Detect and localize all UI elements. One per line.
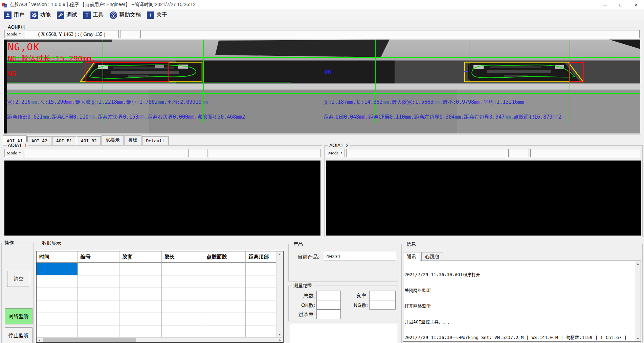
table-cell[interactable] — [204, 275, 246, 288]
camera-field-wide[interactable] — [140, 30, 640, 38]
tab-aoi-b2[interactable]: AOI-B2 — [77, 136, 101, 145]
window-title: 点胶AOI [ Version : 1.0.0.9 ] 程序 【当前用户: En… — [9, 2, 196, 8]
table-cell[interactable] — [37, 300, 78, 313]
table-cell[interactable] — [37, 313, 78, 325]
scroll-left-icon[interactable]: ◄ — [37, 338, 41, 342]
scroll-down-icon[interactable]: ▼ — [276, 333, 283, 337]
tab-ng-display[interactable]: NG显示 — [102, 135, 124, 145]
table-cell[interactable] — [119, 263, 162, 275]
camera-field-small[interactable] — [120, 30, 139, 38]
column-header-glue-area[interactable]: 点胶面胶 — [204, 251, 246, 263]
table-cell[interactable] — [246, 325, 276, 337]
tab-heartbeat[interactable]: 心跳包 — [421, 252, 443, 261]
aoia1-2-mode-dropdown[interactable]: Mode▼ — [326, 149, 345, 157]
aoia1-1-field-small[interactable] — [188, 149, 207, 157]
log-line: 开启AOI监控工具。。。 — [404, 319, 634, 325]
total-count-field[interactable] — [316, 291, 341, 300]
camera-pixel-readout[interactable]: ( X 6568, Y 1463 ) : ( Gray 135 ) — [25, 30, 119, 38]
scroll-up-icon[interactable]: ▲ — [635, 262, 641, 266]
table-cell[interactable] — [78, 275, 120, 288]
table-vertical-scrollbar[interactable]: ▲ ▼ — [276, 251, 283, 337]
table-cell-selected[interactable] — [37, 263, 78, 275]
current-product-field[interactable]: 40231 — [324, 252, 396, 261]
log-vertical-scrollbar[interactable]: ▲ ▼ — [635, 261, 641, 341]
table-cell[interactable] — [78, 313, 120, 325]
left-glue-assembly — [77, 61, 203, 83]
table-cell[interactable] — [162, 263, 204, 275]
minimize-button[interactable]: — — [597, 0, 613, 9]
ng-count-field[interactable] — [369, 300, 396, 310]
aoia1-1-mode-dropdown[interactable]: Mode▼ — [4, 149, 23, 157]
table-cell[interactable] — [246, 300, 276, 313]
table-cell[interactable] — [162, 300, 204, 313]
ok-count-field[interactable] — [316, 300, 341, 310]
aoia1-1-image-view[interactable] — [4, 161, 320, 236]
column-header-time[interactable]: 时间 — [37, 251, 78, 263]
network-listen-button[interactable]: 网络监听 — [5, 308, 32, 324]
tab-template[interactable]: 模版 — [125, 135, 141, 145]
menu-item-function[interactable]: 功能 — [28, 10, 55, 20]
tab-comm[interactable]: 通讯 — [403, 252, 420, 261]
table-cell[interactable] — [162, 313, 204, 325]
clear-button[interactable]: 清空 — [7, 271, 30, 287]
table-cell[interactable] — [204, 325, 246, 337]
menu-item-debug[interactable]: 调试 — [55, 10, 81, 20]
table-cell[interactable] — [119, 275, 162, 288]
table-cell[interactable] — [246, 263, 276, 275]
scroll-up-icon[interactable]: ▲ — [276, 252, 283, 256]
table-cell[interactable] — [162, 275, 204, 288]
product-group: 产品 当前产品: 40231 — [288, 244, 398, 281]
yield-field[interactable] — [369, 291, 396, 300]
table-cell[interactable] — [246, 288, 276, 300]
table-cell[interactable] — [162, 325, 204, 337]
maximize-button[interactable]: □ — [613, 0, 628, 9]
table-cell[interactable] — [78, 325, 120, 337]
result-message-box[interactable] — [290, 324, 398, 343]
overkill-rate-field[interactable] — [316, 310, 341, 319]
menu-item-help[interactable]: ? 帮助文档 — [108, 10, 145, 20]
tab-aoi-b1[interactable]: AOI-B1 — [52, 136, 76, 145]
table-cell[interactable] — [204, 288, 246, 300]
close-button[interactable]: ✕ — [628, 0, 644, 9]
table-cell[interactable] — [37, 325, 78, 337]
aoia1-1-field-long[interactable] — [25, 149, 187, 157]
camera-live-view[interactable]: NG,OK NG:胶体过长:15.290mm, NG OK 宽:2.216mm,… — [4, 40, 640, 133]
menu-item-user[interactable]: 用户 — [2, 10, 28, 20]
menu-item-tools[interactable]: T 工具 — [81, 10, 108, 20]
table-cell[interactable] — [204, 263, 246, 275]
camera-mode-dropdown[interactable]: Mode▼ — [4, 30, 23, 38]
table-cell[interactable] — [162, 288, 204, 300]
table-cell[interactable] — [204, 313, 246, 325]
aoia1-2-field-long[interactable] — [346, 149, 509, 157]
column-header-glue-width[interactable]: 胶宽 — [119, 251, 162, 263]
aoia1-2-field-small[interactable] — [510, 149, 529, 157]
table-cell[interactable] — [119, 325, 162, 337]
aoia1-2-image-view[interactable] — [326, 161, 641, 236]
scroll-right-icon[interactable]: ► — [278, 338, 282, 342]
table-cell[interactable] — [78, 288, 120, 300]
table-cell[interactable] — [246, 313, 276, 325]
stop-listen-button[interactable]: 停止监听 — [5, 327, 32, 343]
table-cell[interactable] — [37, 288, 78, 300]
aoia1-1-field-wide[interactable] — [209, 149, 320, 157]
column-header-id[interactable]: 编号 — [78, 251, 120, 263]
menu-item-about[interactable]: i 关于 — [145, 10, 171, 20]
comm-log-box[interactable]: 2021/7/29 11:36:30:AOI程序打开 关闭网络监听 打开网络监听… — [403, 261, 641, 342]
table-cell[interactable] — [37, 275, 78, 288]
tab-aoi-a2[interactable]: AOI-A2 — [27, 136, 51, 145]
column-header-glue-length[interactable]: 胶长 — [162, 251, 204, 263]
scroll-down-icon[interactable]: ▼ — [635, 337, 641, 341]
table-cell[interactable] — [119, 313, 162, 325]
table-cell[interactable] — [204, 300, 246, 313]
column-header-top-distance[interactable]: 距离顶部 — [246, 251, 276, 263]
table-cell[interactable] — [246, 275, 276, 288]
table-cell[interactable] — [78, 263, 120, 275]
table-cell[interactable] — [119, 288, 162, 300]
tab-default[interactable]: Default — [142, 136, 169, 145]
aoia1-2-field-wide[interactable] — [530, 149, 641, 157]
menu-item-label: 功能 — [40, 11, 51, 19]
table-horizontal-scrollbar[interactable]: ◄ ► — [37, 337, 283, 342]
table-cell[interactable] — [78, 300, 120, 313]
table-cell[interactable] — [119, 300, 162, 313]
hscroll-thumb[interactable] — [43, 338, 136, 342]
